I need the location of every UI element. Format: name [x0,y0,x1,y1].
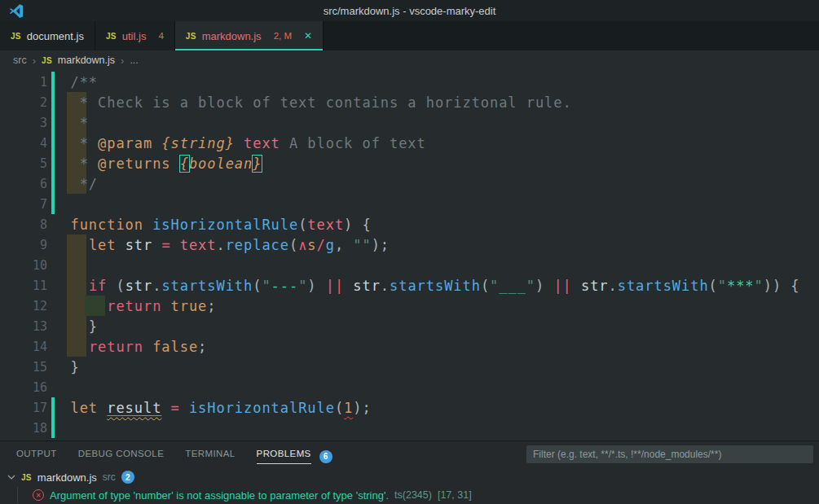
chevron-down-icon[interactable] [7,473,15,481]
token: str [125,278,153,294]
token: */ [71,176,99,192]
token: . [381,278,390,294]
vscode-logo-icon [9,3,24,18]
token: 1 [344,400,353,416]
code-text: * @param {string} text A block of text [71,135,426,151]
code-text: /** [71,74,99,90]
line-number: 4 [0,136,47,151]
token: " [262,278,271,294]
code-line[interactable]: 6 */ [0,173,819,194]
code-line[interactable]: 11 if (str.startsWith("---") || str.star… [0,275,819,296]
breadcrumb-item-src[interactable]: src [13,55,27,66]
problem-row[interactable]: ✕ Argument of type 'number' is not assig… [0,486,819,504]
token: return [89,339,143,355]
window-title: src/markdown.js - vscode-marky-edit [0,5,819,17]
token [143,217,152,233]
token: startsWith [618,278,709,294]
code-line[interactable]: 12 return true; [0,296,819,316]
token [71,298,108,314]
problems-file-row[interactable]: JS markdown.js src 2 [0,468,819,486]
modified-gutter-indicator [51,397,55,418]
problem-position: [17, 31] [438,489,472,501]
close-icon[interactable]: ✕ [304,30,312,42]
panel-tab-output[interactable]: OUTPUT [16,449,57,463]
token: A block of text [280,135,426,151]
code-line[interactable]: 10 [0,255,819,275]
code-line[interactable]: 13 } [0,316,819,336]
token [161,400,170,416]
token [152,237,161,253]
title-bar: src/markdown.js - vscode-marky-edit [0,0,819,21]
code-line[interactable]: 14 return false; [0,336,819,357]
tab-markdown.js[interactable]: JSmarkdown.js2, M✕ [175,21,324,50]
code-text: * [71,115,89,131]
modified-gutter-indicator [51,214,55,234]
token: result [107,400,161,416]
code-line[interactable]: 5 * @returns {boolean} [0,153,819,173]
modified-gutter-indicator [51,296,55,316]
token: boolean [189,156,253,172]
modified-gutter-indicator [51,336,55,357]
tab-document.js[interactable]: JSdocument.js [0,21,95,50]
code-line[interactable]: 16 [0,377,819,397]
code-line[interactable]: 4 * @param {string} text A block of text [0,133,819,153]
modified-gutter-indicator [51,234,55,255]
tab-label: markdown.js [202,30,262,42]
tab-decoration: 2, M [274,31,292,41]
code-line[interactable]: 8function isHorizontalRule(text) { [0,214,819,234]
token: str [353,278,381,294]
token: " [490,278,499,294]
code-line[interactable]: 3 * [0,112,819,133]
line-number: 7 [0,197,47,212]
token: = [171,400,180,416]
editor-tab-bar: JSdocument.jsJSutil.js4JSmarkdown.js2, M… [0,21,819,50]
line-number: 14 [0,340,47,354]
tab-util.js[interactable]: JSutil.js4 [95,21,175,50]
code-line[interactable]: 2 * Check is a block of text contains a … [0,92,819,112]
breadcrumb[interactable]: src›JSmarkdown.js›... [0,50,819,70]
code-line[interactable]: 9 let str = text.replace(∧s/g, ""); [0,234,819,255]
token: ( [289,237,298,253]
line-number: 15 [0,360,47,375]
token [161,298,170,314]
problems-file-name: markdown.js [37,471,97,484]
line-number: 18 [0,421,47,436]
token: * [71,115,89,131]
token: let [71,400,99,416]
code-editor[interactable]: 1/**2 * Check is a block of text contain… [0,70,819,440]
token [71,278,89,294]
modified-gutter-indicator [51,275,55,296]
code-text: if (str.startsWith("---") || str.startsW… [71,278,800,294]
error-icon: ✕ [33,489,44,501]
breadcrumb-item-...[interactable]: ... [130,55,138,66]
problems-file-count-badge: 2 [121,471,134,484]
token: ( [298,217,307,233]
code-line[interactable]: 15} [0,357,819,377]
panel-tab-debug-console[interactable]: DEBUG CONSOLE [78,449,165,463]
token [344,278,353,294]
js-file-icon: JS [106,32,117,41]
code-line[interactable]: 17let result = isHorizontalRule(1); [0,397,819,418]
token: ) { [344,217,372,233]
code-line[interactable]: 7 [0,194,819,214]
problems-filter-input[interactable] [526,445,813,463]
panel-tab-label: PROBLEMS [257,449,311,464]
panel-tab-problems[interactable]: PROBLEMS6 [257,449,332,464]
tab-label: document.js [27,30,84,42]
panel-tab-label: OUTPUT [16,449,57,463]
code-line[interactable]: 18 [0,418,819,438]
token: ( [335,400,344,416]
token: * [71,135,99,151]
js-file-icon: JS [21,473,32,482]
token: . [152,278,161,294]
token: } [71,359,80,375]
token: = [161,237,170,253]
breadcrumb-item-markdown.js[interactable]: markdown.js [58,55,115,66]
token: " [526,278,535,294]
token: { [180,156,189,172]
token: true [171,298,208,314]
token [71,237,89,253]
code-line[interactable]: 1/** [0,72,819,92]
panel-tab-terminal[interactable]: TERMINAL [185,449,235,463]
token: text [307,217,344,233]
